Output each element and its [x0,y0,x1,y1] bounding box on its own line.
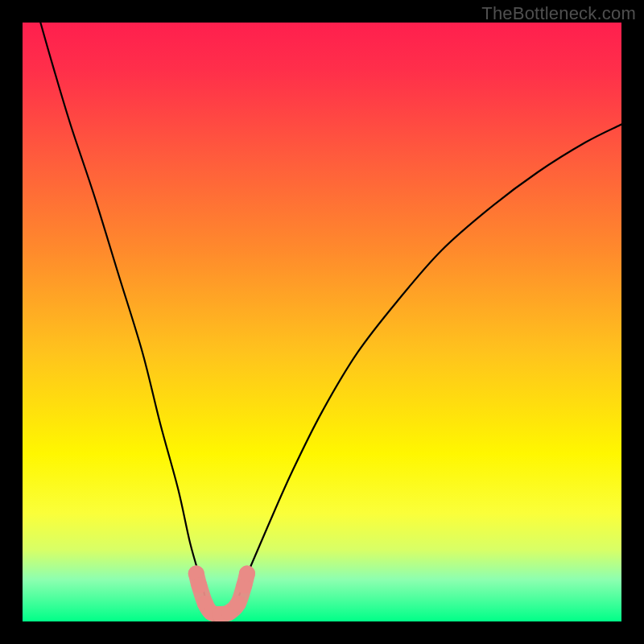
background-gradient [23,23,621,621]
plot-area [23,23,621,621]
watermark: TheBottleneck.com [481,3,636,24]
chart-frame: TheBottleneck.com [0,0,644,644]
